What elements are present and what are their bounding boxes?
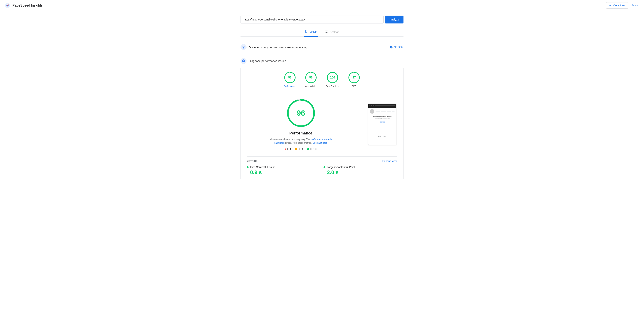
real-users-icon [240, 44, 246, 50]
score-card: 96 Performance 96 Accessibility [240, 67, 404, 180]
screenshot-links: Github Project Tài liệu Nextra Nextra v3… [370, 120, 395, 123]
docs-link[interactable]: Docs [630, 2, 640, 8]
accessibility-circle: 96 [305, 72, 317, 84]
seo-label: SEO [352, 85, 356, 87]
analyze-button[interactable]: Analyze [385, 16, 404, 24]
fcp-value: 0.9 s [247, 170, 320, 176]
header: PageSpeed Insights Copy Link Docs [0, 0, 644, 11]
seo-circle: 97 [348, 72, 360, 84]
desktop-icon [325, 30, 328, 34]
average-icon [295, 148, 297, 150]
fcp-label: First Contentful Paint [250, 166, 275, 169]
metrics-title: METRICS [247, 160, 258, 162]
best-practices-label: Best Practices [326, 85, 339, 87]
real-users-left: Discover what your real users are experi… [240, 44, 308, 50]
screenshot-body: Nextra Personal Website Template Dự án n… [368, 108, 396, 139]
screenshot-avatar [370, 109, 374, 114]
tab-mobile[interactable]: Mobile [304, 28, 318, 36]
metric-fcp: First Contentful Paint 0.9 s [247, 166, 320, 176]
app-title: PageSpeed Insights [12, 4, 42, 8]
url-bar-container: Analyze [240, 16, 404, 24]
tab-desktop[interactable]: Desktop [324, 28, 340, 36]
score-description: Values are estimated and may vary. The p… [269, 138, 333, 145]
legend-item-pass: 90–100 [307, 148, 317, 150]
real-users-text: Discover what your real users are experi… [249, 46, 308, 49]
pass-range: 90–100 [310, 148, 317, 150]
big-score-container: 96 [286, 98, 316, 128]
url-input[interactable] [240, 16, 384, 24]
screenshot-nav [376, 111, 395, 112]
screenshot-footer: Tiếng Việt và Tiếng... [370, 136, 395, 137]
performance-label: Performance [284, 85, 296, 87]
metrics-section: METRICS Expand view First Contentful Pai… [241, 156, 403, 180]
lcp-value: 2.0 s [324, 170, 397, 176]
legend-item-fail: 0–49 [284, 148, 292, 150]
performance-detail: 96 Performance Values are estimated and … [241, 92, 403, 156]
vertical-divider [361, 98, 361, 150]
fail-range: 0–49 [287, 148, 292, 150]
lcp-label: Largest Contentful Paint [327, 166, 355, 169]
header-right: Copy Link Docs [606, 2, 640, 9]
copy-link-label: Copy Link [614, 4, 625, 7]
desktop-tab-label: Desktop [330, 30, 339, 34]
pagespeed-logo [4, 2, 10, 8]
metrics-grid: First Contentful Paint 0.9 s Largest Con… [247, 166, 397, 176]
screenshot-title: Nextra Personal Website Template [370, 116, 395, 117]
accessibility-score: 96 [309, 76, 312, 79]
performance-score: 96 [288, 76, 292, 79]
diagnose-header: Diagnose performance issues [240, 58, 404, 64]
copy-link-button[interactable]: Copy Link [606, 2, 628, 9]
score-item-accessibility[interactable]: 96 Accessibility [305, 72, 317, 87]
score-circles-row: 96 Performance 96 Accessibility [241, 67, 403, 92]
pass-icon [307, 148, 309, 150]
real-users-section: Discover what your real users are experi… [240, 41, 404, 53]
fcp-dot [247, 166, 248, 168]
score-item-seo[interactable]: 97 SEO [348, 72, 360, 87]
metric-lcp: Largest Contentful Paint 2.0 s [324, 166, 397, 176]
diagnose-section: Diagnose performance issues 96 Performan… [240, 58, 404, 180]
main-content: Analyze Mobile Desktop [238, 11, 406, 188]
score-legend: 0–49 50–89 90–100 [284, 148, 317, 150]
mobile-icon [305, 30, 308, 34]
screenshot-subtitle: Dự án này sử dụng phiên bản v3.0.0 alpha [370, 118, 395, 119]
no-data-text: No Data [394, 46, 404, 49]
screenshot-link-1: Github Project [380, 120, 384, 120]
score-item-performance[interactable]: 96 Performance [284, 72, 296, 87]
info-icon [390, 46, 393, 49]
screenshot-header-bar [368, 104, 396, 108]
tabs-container: Mobile Desktop [240, 28, 404, 36]
legend-item-average: 50–89 [295, 148, 304, 150]
screenshot-container: Nextra Personal Website Template Dự án n… [367, 98, 397, 150]
screenshot: Nextra Personal Website Template Dự án n… [368, 104, 396, 145]
header-left: PageSpeed Insights [4, 2, 42, 8]
diagnose-title: Diagnose performance issues [249, 59, 286, 62]
expand-view-link[interactable]: Expand view [382, 160, 397, 162]
seo-score: 97 [352, 76, 356, 79]
best-practices-circle: 100 [326, 72, 338, 84]
mobile-tab-label: Mobile [310, 30, 317, 34]
big-performance-score: 96 [297, 109, 305, 117]
performance-circle: 96 [284, 72, 296, 84]
link-icon [609, 4, 612, 7]
performance-title: Performance [289, 131, 312, 136]
screenshot-link-2: Tài liệu Nextra [380, 121, 385, 122]
performance-left: 96 Performance Values are estimated and … [247, 98, 355, 150]
average-range: 50–89 [298, 148, 304, 150]
screenshot-link-3: Nextra v3 alpha [380, 122, 385, 123]
lcp-dot [324, 166, 326, 168]
accessibility-label: Accessibility [305, 85, 316, 87]
diagnose-icon [240, 58, 246, 64]
no-data-badge: No Data [390, 46, 404, 49]
fail-icon [284, 148, 286, 150]
best-practices-score: 100 [330, 76, 335, 79]
calculator-link[interactable]: See calculator. [312, 142, 328, 144]
score-item-best-practices[interactable]: 100 Best Practices [326, 72, 339, 87]
metrics-header: METRICS Expand view [247, 156, 397, 162]
